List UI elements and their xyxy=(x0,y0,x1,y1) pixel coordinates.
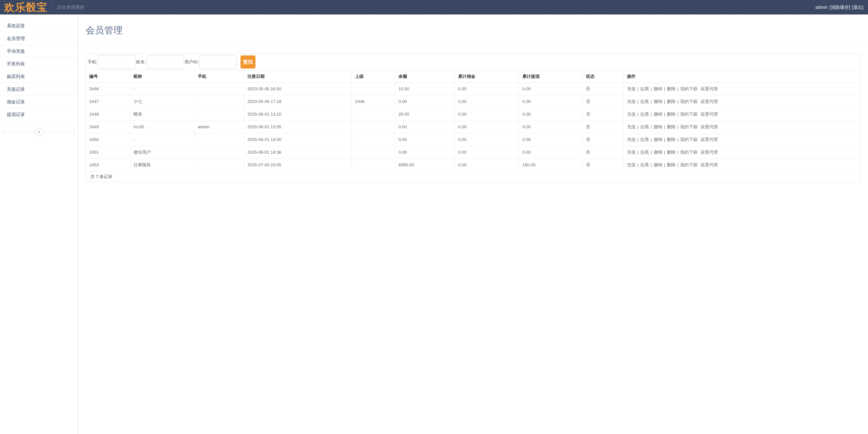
table-row: 2446-2023-05-05 16:5010.000.000.00否充值|拉黑… xyxy=(86,83,861,95)
blacklist-link[interactable]: 拉黑 xyxy=(640,112,649,117)
subordinates-link[interactable]: 我的下级 xyxy=(680,150,698,154)
subordinates-link[interactable]: 我的下级 xyxy=(680,99,698,104)
sidebar-item-recharge-records[interactable]: 充值记录 xyxy=(0,83,78,95)
delete-link[interactable]: 删除 xyxy=(667,137,676,142)
delete-link[interactable]: 删除 xyxy=(667,150,676,154)
delete-link[interactable]: 删除 xyxy=(667,86,676,91)
table-row: 2447小七2023-05-05 17:1824460.000.000.00否充… xyxy=(86,95,861,108)
delete-link[interactable]: 删除 xyxy=(667,112,676,117)
cell-balance: 10.00 xyxy=(395,83,455,95)
delete-link[interactable]: 删除 xyxy=(667,163,676,167)
sidebar-item-lottery-list[interactable]: 开奖列表 xyxy=(0,57,78,70)
members-panel: 手机:姓名:用户ID:查找 编号昵称手机注册日期上级余额累计佣金累计提现状态操作… xyxy=(86,54,861,182)
revoke-link[interactable]: 撤销 xyxy=(654,150,662,154)
cell-parent: 2446 xyxy=(351,95,395,108)
search-input-user-id[interactable] xyxy=(199,55,237,68)
blacklist-link[interactable]: 拉黑 xyxy=(640,150,649,154)
revoke-link[interactable]: 撤销 xyxy=(654,112,662,117)
cell-balance: 0.00 xyxy=(395,146,455,158)
table-row: 2450-2025-06-01 14:000.000.000.00否充值|拉黑|… xyxy=(86,133,861,146)
search-input-phone[interactable] xyxy=(98,55,135,68)
app-logo: 欢乐骰宝 xyxy=(4,0,48,15)
clear-cache-link[interactable]: [清除缓存] xyxy=(830,4,850,10)
sidebar-item-commission-records[interactable]: 佣金记录 xyxy=(0,95,78,108)
action-separator: | xyxy=(677,86,679,91)
cell-parent xyxy=(351,121,395,133)
revoke-link[interactable]: 撤销 xyxy=(654,99,662,104)
cell-reg-date: 2025-06-01 13:55 xyxy=(244,121,351,133)
subordinates-link[interactable]: 我的下级 xyxy=(680,163,698,167)
search-input-name[interactable] xyxy=(147,55,184,68)
set-agent-link[interactable]: 设置代理 xyxy=(701,150,718,154)
subordinates-link[interactable]: 我的下级 xyxy=(680,124,698,129)
sidebar-item-purchase-list[interactable]: 购买列表 xyxy=(0,70,78,83)
set-agent-link[interactable]: 设置代理 xyxy=(701,86,718,91)
recharge-link[interactable]: 充值 xyxy=(627,99,636,104)
set-agent-link[interactable]: 设置代理 xyxy=(701,163,718,167)
search-button[interactable]: 查找 xyxy=(241,55,255,68)
cell-phone: admin xyxy=(194,121,244,133)
cell-commission: 0.00 xyxy=(455,95,519,108)
action-separator: | xyxy=(638,124,639,129)
action-separator: | xyxy=(664,124,665,129)
cell-status: 否 xyxy=(583,121,624,133)
set-agent-link[interactable]: 设置代理 xyxy=(701,112,718,117)
action-separator: | xyxy=(677,150,679,154)
recharge-link[interactable]: 充值 xyxy=(627,163,636,167)
delete-link[interactable]: 删除 xyxy=(667,99,676,104)
col-header-reg-date: 注册日期 xyxy=(244,70,351,83)
cell-nickname: hLVi5 xyxy=(130,121,194,133)
cell-reg-date: 2023-05-05 16:50 xyxy=(244,83,351,95)
action-separator: | xyxy=(664,112,665,117)
set-agent-link[interactable]: 设置代理 xyxy=(701,137,718,142)
subordinates-link[interactable]: 我的下级 xyxy=(680,137,698,142)
cell-parent xyxy=(351,146,395,158)
blacklist-link[interactable]: 拉黑 xyxy=(640,124,649,129)
cell-reg-date: 2025-06-01 14:00 xyxy=(244,133,351,146)
subordinates-link[interactable]: 我的下级 xyxy=(680,86,698,91)
blacklist-link[interactable]: 拉黑 xyxy=(640,137,649,142)
cell-id: 2449 xyxy=(86,121,130,133)
revoke-link[interactable]: 撤销 xyxy=(654,163,662,167)
revoke-link[interactable]: 撤销 xyxy=(654,137,662,142)
cell-id: 2448 xyxy=(86,108,130,121)
collapse-line-right xyxy=(44,132,74,133)
logout-link[interactable]: [退出] xyxy=(852,4,864,10)
cell-id: 2450 xyxy=(86,133,130,146)
cell-nickname: 小七 xyxy=(130,95,194,108)
cell-withdraw: 0.00 xyxy=(519,83,583,95)
blacklist-link[interactable]: 拉黑 xyxy=(640,86,649,91)
subordinates-link[interactable]: 我的下级 xyxy=(680,112,698,117)
cell-reg-date: 2025-06-01 14:36 xyxy=(244,146,351,158)
recharge-link[interactable]: 充值 xyxy=(627,124,636,129)
cell-id: 2453 xyxy=(86,158,130,171)
recharge-link[interactable]: 充值 xyxy=(627,86,636,91)
main-layout: 系统设置会员管理手动充值开奖列表购买列表充值记录佣金记录提现记录 ‹ 会员管理 … xyxy=(0,15,868,434)
table-row: 2448睡觉2025-06-01 13:1020.000.000.00否充值|拉… xyxy=(86,108,861,121)
sidebar-item-withdrawal-records[interactable]: 提现记录 xyxy=(0,108,78,121)
action-separator: | xyxy=(651,112,652,117)
recharge-link[interactable]: 充值 xyxy=(627,137,636,142)
set-agent-link[interactable]: 设置代理 xyxy=(701,99,718,104)
cell-withdraw: 0.00 xyxy=(519,108,583,121)
recharge-link[interactable]: 充值 xyxy=(627,112,636,117)
cell-balance: 20.00 xyxy=(395,108,455,121)
cell-id: 2451 xyxy=(86,146,130,158)
set-agent-link[interactable]: 设置代理 xyxy=(701,124,718,129)
delete-link[interactable]: 删除 xyxy=(667,124,676,129)
sidebar-item-manual-recharge[interactable]: 手动充值 xyxy=(0,45,78,57)
revoke-link[interactable]: 撤销 xyxy=(654,124,662,129)
recharge-link[interactable]: 充值 xyxy=(627,150,636,154)
revoke-link[interactable]: 撤销 xyxy=(654,86,662,91)
cell-nickname: - xyxy=(130,133,194,146)
cell-actions: 充值|拉黑|撤销|删除|我的下级设置代理 xyxy=(623,121,861,133)
sidebar-item-system-settings[interactable]: 系统设置 xyxy=(0,20,78,32)
blacklist-link[interactable]: 拉黑 xyxy=(640,163,649,167)
sidebar-item-member-management[interactable]: 会员管理 xyxy=(0,32,78,45)
action-separator: | xyxy=(638,150,639,154)
cell-parent xyxy=(351,108,395,121)
blacklist-link[interactable]: 拉黑 xyxy=(640,99,649,104)
sidebar-collapse-button[interactable]: ‹ xyxy=(35,128,43,136)
chevron-left-icon: ‹ xyxy=(38,129,40,135)
action-separator: | xyxy=(664,86,665,91)
